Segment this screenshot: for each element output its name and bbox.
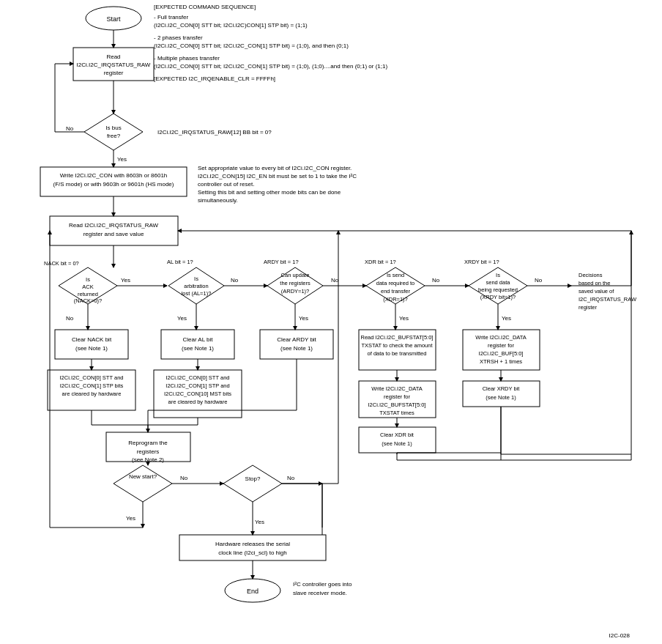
svg-text:Yes: Yes xyxy=(126,515,135,522)
svg-rect-61 xyxy=(161,330,234,359)
svg-text:(NACK=0)?: (NACK=0)? xyxy=(74,297,103,304)
svg-text:of data to be transmitted: of data to be transmitted xyxy=(368,350,427,357)
svg-text:No: No xyxy=(432,277,440,284)
svg-text:controller out of reset.: controller out of reset. xyxy=(198,181,254,188)
svg-text:lost (AL=1)?: lost (AL=1)? xyxy=(182,290,212,297)
svg-text:Write I2Ci.I2C_CON with 8603h : Write I2Ci.I2C_CON with 8603h or 8601h xyxy=(60,172,168,179)
svg-text:Read I2Ci.I2C_BUFSTAT[5:0]: Read I2Ci.I2C_BUFSTAT[5:0] xyxy=(361,334,434,341)
svg-text:Is send: Is send xyxy=(387,272,404,278)
svg-text:- Full transfer: - Full transfer xyxy=(154,14,188,21)
svg-text:Clear ARDY bit: Clear ARDY bit xyxy=(277,336,316,343)
start-label: Start xyxy=(106,15,121,23)
flowchart-svg: [EXPECTED COMMAND SEQUENCE] - Full trans… xyxy=(0,0,662,644)
svg-text:New start?: New start? xyxy=(129,473,157,480)
svg-text:Is bus: Is bus xyxy=(105,125,121,131)
svg-text:Set appropriate value to every: Set appropriate value to every bit of I2… xyxy=(198,165,352,171)
svg-text:are cleared by hardware: are cleared by hardware xyxy=(168,399,228,405)
svg-text:NACK bit = 0?: NACK bit = 0? xyxy=(44,260,79,267)
svg-text:XTRSH + 1 times: XTRSH + 1 times xyxy=(480,358,522,365)
svg-text:end transfer: end transfer xyxy=(381,288,411,295)
svg-text:(see Note 1): (see Note 1) xyxy=(382,440,412,447)
svg-text:Yes: Yes xyxy=(255,519,264,525)
svg-text:ARDY bit = 1?: ARDY bit = 1? xyxy=(264,259,299,265)
svg-text:Stop?: Stop? xyxy=(245,475,261,482)
svg-text:(see Note 1): (see Note 1) xyxy=(486,394,516,401)
svg-text:arbitration: arbitration xyxy=(184,283,208,289)
svg-rect-79 xyxy=(260,330,333,359)
svg-text:Yes: Yes xyxy=(177,315,187,322)
svg-text:being requested: being requested xyxy=(478,286,518,293)
svg-text:Is: Is xyxy=(86,276,90,283)
svg-text:I2Ci.I2C_CON[10] MST bits: I2Ci.I2C_CON[10] MST bits xyxy=(164,391,231,397)
svg-text:Setting this bit and setting o: Setting this bit and setting other mode … xyxy=(198,189,341,196)
svg-text:register for: register for xyxy=(384,393,410,400)
svg-rect-166 xyxy=(179,535,326,560)
svg-text:(see Note 1): (see Note 1) xyxy=(280,345,313,352)
svg-text:- 2 phases transfer: - 2 phases transfer xyxy=(154,34,203,41)
svg-text:Yes: Yes xyxy=(399,315,409,322)
read-irq-raw-label: Read xyxy=(106,53,120,60)
svg-text:I2Ci.I2C_CON[0] STT and: I2Ci.I2C_CON[0] STT and xyxy=(60,374,124,381)
svg-text:(I2Ci.I2C_CON[0] STT bit; I2Ci: (I2Ci.I2C_CON[0] STT bit; I2Ci.I2C_CON[1… xyxy=(154,42,349,49)
svg-text:Decisions: Decisions xyxy=(579,272,603,278)
svg-text:(I2Ci.I2C_CON[0] STT bit; I2Ci: (I2Ci.I2C_CON[0] STT bit; I2Ci.I2C)CON[1… xyxy=(154,22,308,29)
svg-text:(see Note 1): (see Note 1) xyxy=(182,345,214,352)
svg-text:Clear XDR bit: Clear XDR bit xyxy=(380,432,414,438)
svg-text:AL bit = 1?: AL bit = 1? xyxy=(167,259,193,265)
svg-marker-149 xyxy=(114,465,172,502)
svg-text:I2C_IRQSTATUS_RAW: I2C_IRQSTATUS_RAW xyxy=(579,296,637,303)
svg-text:(XRDY bit=1)?: (XRDY bit=1)? xyxy=(480,294,516,300)
svg-text:XDR bit = 1?: XDR bit = 1? xyxy=(365,259,396,265)
svg-text:(ARDY=1)?: (ARDY=1)? xyxy=(281,288,310,295)
svg-text:No: No xyxy=(66,125,74,132)
svg-text:free?: free? xyxy=(107,133,121,139)
svg-text:simultaneously.: simultaneously. xyxy=(198,197,238,204)
svg-text:TXSTAT to check the amount: TXSTAT to check the amount xyxy=(361,342,433,349)
svg-text:the registers: the registers xyxy=(280,280,310,286)
svg-text:I2Ci.I2C_CON[1] STP bits: I2Ci.I2C_CON[1] STP bits xyxy=(60,382,124,389)
svg-text:clock line (I2ci_scl) to high: clock line (I2ci_scl) to high xyxy=(218,549,286,556)
diagram-container: [EXPECTED COMMAND SEQUENCE] - Full trans… xyxy=(0,0,662,644)
svg-text:Is: Is xyxy=(496,272,500,278)
svg-text:(F/S mode) or with 9603h or 96: (F/S mode) or with 9603h or 9601h (HS mo… xyxy=(53,181,174,188)
svg-text:TXSTAT times: TXSTAT times xyxy=(379,410,414,416)
svg-text:register for: register for xyxy=(488,342,514,349)
svg-marker-14 xyxy=(84,114,143,150)
end-label: End xyxy=(247,588,259,595)
svg-text:returned: returned xyxy=(78,291,98,297)
svg-text:Can update: Can update xyxy=(281,272,310,278)
svg-text:I²C controller goes into: I²C controller goes into xyxy=(293,581,352,588)
svg-text:Reprogram the: Reprogram the xyxy=(128,440,168,446)
svg-text:I2Ci.I2C_CON[1] STP and: I2Ci.I2C_CON[1] STP and xyxy=(166,382,229,389)
svg-text:ACK: ACK xyxy=(82,284,93,290)
svg-rect-44 xyxy=(55,330,128,359)
svg-text:[EXPECTED COMMAND SEQUENCE]: [EXPECTED COMMAND SEQUENCE] xyxy=(154,4,256,10)
svg-text:Yes: Yes xyxy=(117,156,127,163)
svg-text:are cleared by hardware: are cleared by hardware xyxy=(62,391,122,397)
svg-text:Is: Is xyxy=(194,275,198,282)
svg-text:(XDR=1)?: (XDR=1)? xyxy=(383,296,408,303)
svg-text:No: No xyxy=(535,277,543,284)
svg-text:I2Ci.I2C_IRQSTATUS_RAW[12] BB : I2Ci.I2C_IRQSTATUS_RAW[12] BB bit = 0? xyxy=(157,129,272,136)
svg-text:I2Ci.I2C_CON[15] I2C_EN bit mu: I2Ci.I2C_CON[15] I2C_EN bit must be set … xyxy=(198,173,357,179)
svg-text:(see Note 1): (see Note 1) xyxy=(75,345,108,352)
svg-text:data required to: data required to xyxy=(376,280,415,286)
svg-text:register: register xyxy=(104,70,124,76)
svg-text:I2Ci.I2C_CON[0] STT and: I2Ci.I2C_CON[0] STT and xyxy=(166,374,230,381)
svg-text:Clear AL bit: Clear AL bit xyxy=(182,336,213,343)
svg-text:No: No xyxy=(231,277,239,284)
svg-text:register: register xyxy=(579,304,598,311)
svg-text:XRDY bit = 1?: XRDY bit = 1? xyxy=(464,259,499,265)
svg-text:Read I2Ci.I2C_IRQSTATUS_RAW: Read I2Ci.I2C_IRQSTATUS_RAW xyxy=(69,222,159,229)
svg-text:Yes: Yes xyxy=(299,315,308,322)
svg-marker-158 xyxy=(223,465,282,502)
svg-text:Write I2Ci.I2C_DATA: Write I2Ci.I2C_DATA xyxy=(475,334,527,341)
svg-text:- Multiple phases transfer: - Multiple phases transfer xyxy=(154,55,220,62)
svg-text:registers: registers xyxy=(137,448,160,455)
svg-text:Clear XRDY bit: Clear XRDY bit xyxy=(483,385,521,392)
svg-text:I2Ci.I2C_BUFSTAT[5:0]: I2Ci.I2C_BUFSTAT[5:0] xyxy=(368,401,426,408)
svg-text:No: No xyxy=(66,315,74,322)
svg-text:I2C-028: I2C-028 xyxy=(609,632,631,639)
svg-text:Yes: Yes xyxy=(502,315,511,322)
svg-text:Clear NACK bit: Clear NACK bit xyxy=(72,336,112,343)
